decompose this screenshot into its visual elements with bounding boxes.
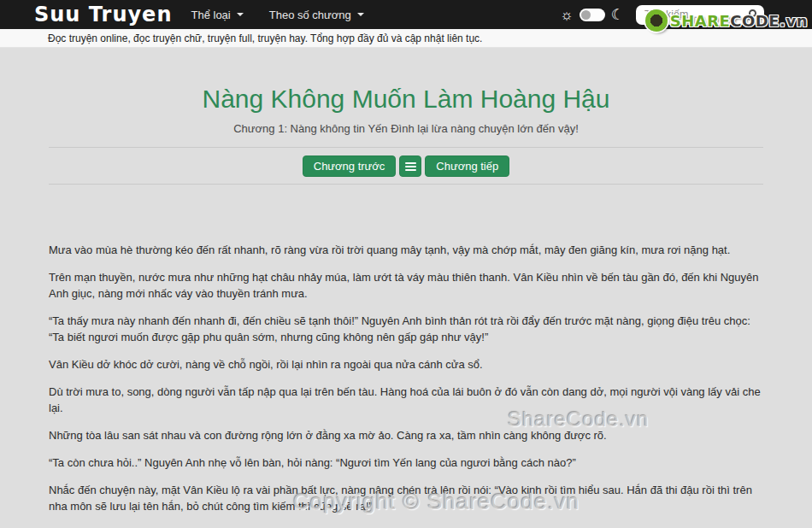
page-title[interactable]: Nàng Không Muốn Làm Hoàng Hậu <box>0 84 812 114</box>
theme-toggle-knob <box>581 10 591 20</box>
hamburger-icon <box>405 162 416 164</box>
menu-theo-so-chuong[interactable]: Theo số chương <box>269 9 364 21</box>
chapter-paragraph: Những tòa lâu san sát nhau và con đường … <box>49 427 763 443</box>
chapter-page: Nàng Không Muốn Làm Hoàng Hậu Chương 1: … <box>0 84 812 514</box>
chevron-down-icon <box>237 13 244 16</box>
search-icon[interactable] <box>749 9 756 17</box>
chapter-paragraph: Mưa vào mùa hè thường kéo đến rất nhanh,… <box>49 242 763 258</box>
chapter-list-button[interactable] <box>399 155 421 177</box>
theme-toggle[interactable] <box>580 9 605 21</box>
top-navbar: Suu Truyen Thể loại Theo số chương ☼ ☾ <box>0 0 812 29</box>
menu-the-loai[interactable]: Thể loại <box>191 9 243 21</box>
chevron-down-icon <box>357 13 364 16</box>
brand-logo[interactable]: Suu Truyen <box>34 3 172 26</box>
site-tagline: Đọc truyện online, đọc truyện chữ, truyệ… <box>48 32 482 44</box>
menu-theo-so-chuong-label: Theo số chương <box>269 9 351 21</box>
site-tagline-bar: Đọc truyện online, đọc truyện chữ, truyệ… <box>0 29 812 48</box>
moon-icon: ☾ <box>611 8 624 22</box>
chapter-subtitle: Chương 1: Nàng không tin Yến Đình lại lừ… <box>0 122 812 135</box>
chapter-paragraph: Dù trời mưa to, song, dòng người vẫn tấp… <box>49 384 763 416</box>
prev-chapter-button[interactable]: Chương trước <box>303 155 397 177</box>
chapter-content: Mưa vào mùa hè thường kéo đến rất nhanh,… <box>49 185 763 514</box>
search-box <box>636 5 764 25</box>
chapter-paragraph: Trên mạn thuyền, nước mưa như những hạt … <box>49 269 763 302</box>
divider <box>49 147 763 148</box>
chapter-paragraph: “Ta thấy mưa này nhanh đến nhanh đi, đến… <box>49 313 763 345</box>
chapter-paragraph: Vân Kiều dở khóc dở cười, nàng về chỗ ng… <box>49 356 763 373</box>
menu-the-loai-label: Thể loại <box>191 9 230 21</box>
sun-icon: ☼ <box>560 8 574 22</box>
navbar-right-controls: ☼ ☾ <box>560 5 812 25</box>
search-input[interactable] <box>636 5 764 25</box>
next-chapter-button[interactable]: Chương tiếp <box>425 155 509 177</box>
chapter-paragraph: “Ta còn chưa hỏi..” Nguyên Anh nhẹ vỗ lê… <box>49 455 763 471</box>
chapter-paragraph: Nhắc đến chuyện này, mặt Vân Kiều lộ ra … <box>49 482 763 514</box>
chapter-navigation: Chương trước Chương tiếp <box>49 155 763 177</box>
